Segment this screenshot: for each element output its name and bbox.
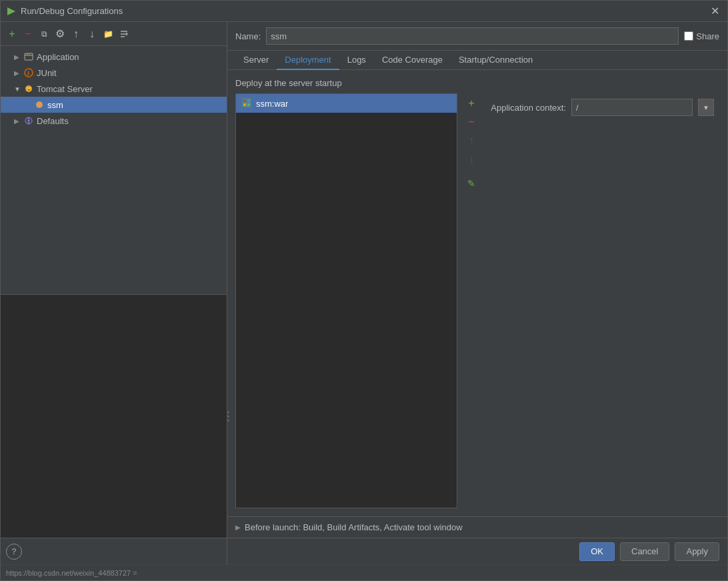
arrow-application: ▶	[14, 53, 22, 61]
folder-button[interactable]: 📁	[101, 27, 115, 41]
remove-config-button[interactable]: −	[21, 27, 35, 41]
context-area: Application context: ▼	[485, 93, 719, 508]
close-button[interactable]: ✕	[708, 6, 722, 17]
svg-rect-24	[247, 103, 250, 106]
tab-deployment[interactable]: Deployment	[277, 51, 339, 70]
tab-code-coverage[interactable]: Code Coverage	[374, 51, 451, 70]
artifact-label-ssm-war: ssm:war	[256, 99, 288, 109]
add-config-button[interactable]: +	[5, 27, 19, 41]
share-area: Share	[684, 31, 719, 41]
svg-line-18	[29, 122, 30, 123]
deploy-header: Deploy at the server startup	[235, 78, 719, 88]
svg-text:🐱: 🐱	[26, 86, 32, 92]
svg-point-19	[28, 120, 30, 122]
sidebar-item-defaults[interactable]: ▶ Defaults	[1, 113, 227, 129]
sidebar-toolbar: + − ⧉ ⚙ ↑ ↓ 📁	[1, 22, 227, 46]
before-launch-text: Before launch: Build, Build Artifacts, A…	[245, 522, 463, 532]
arrow-ssm	[25, 101, 33, 109]
window-icon	[6, 6, 17, 17]
sidebar-help-area: ?	[1, 538, 227, 564]
application-icon	[23, 51, 34, 62]
sidebar-item-label-defaults: Defaults	[37, 116, 69, 126]
svg-text:J: J	[27, 71, 29, 77]
ok-button[interactable]: OK	[579, 542, 615, 561]
svg-point-8	[29, 54, 30, 55]
context-input[interactable]	[571, 99, 693, 116]
share-label: Share	[696, 31, 719, 41]
defaults-icon	[23, 115, 34, 126]
titlebar: Run/Debug Configurations ✕	[1, 1, 727, 22]
tab-server[interactable]: Server	[235, 51, 277, 70]
svg-rect-22	[247, 99, 250, 102]
right-panel: Name: Share Server Deployment Logs Code …	[227, 22, 727, 564]
cancel-button[interactable]: Cancel	[620, 542, 669, 561]
settings-config-button[interactable]: ⚙	[53, 27, 67, 41]
artifact-actions: + − ↑ ↓ ✎	[463, 93, 480, 508]
artifact-list: ssm:war	[235, 93, 457, 508]
apply-button[interactable]: Apply	[675, 542, 719, 561]
sidebar-item-ssm[interactable]: ssm	[1, 97, 227, 113]
sidebar-bottom-area	[1, 294, 227, 538]
svg-point-13	[36, 101, 43, 108]
resize-handle[interactable]	[227, 412, 229, 422]
arrow-defaults: ▶	[14, 117, 22, 125]
config-tree: ▶ Application ▶	[1, 46, 227, 294]
sidebar-item-junit[interactable]: ▶ J JUnit	[1, 65, 227, 81]
move-artifact-down-button: ↓	[463, 151, 480, 168]
context-label: Application context:	[491, 103, 566, 113]
before-launch-arrow[interactable]: ▶	[235, 524, 241, 531]
before-launch: ▶ Before launch: Build, Build Artifacts,…	[227, 516, 727, 538]
sort-button[interactable]	[117, 27, 131, 41]
deployment-tab-content: Deploy at the server startup	[227, 70, 727, 516]
artifact-item-ssm-war[interactable]: ssm:war	[236, 94, 457, 113]
context-dropdown-button[interactable]: ▼	[698, 99, 714, 116]
svg-point-7	[27, 54, 29, 55]
copy-config-button[interactable]: ⧉	[37, 27, 51, 41]
add-artifact-button[interactable]: +	[463, 95, 480, 112]
share-checkbox[interactable]	[684, 31, 693, 41]
name-label: Name:	[235, 31, 261, 41]
name-bar: Name: Share	[227, 22, 727, 51]
move-down-button[interactable]: ↓	[85, 27, 99, 41]
deploy-area: ssm:war + − ↑	[235, 93, 719, 508]
svg-rect-21	[243, 99, 246, 102]
junit-icon: J	[23, 67, 34, 78]
name-input[interactable]	[266, 27, 679, 45]
remove-artifact-button[interactable]: −	[463, 113, 480, 131]
arrow-tomcat: ▼	[14, 85, 22, 93]
move-up-button[interactable]: ↑	[69, 27, 83, 41]
sidebar-item-label-ssm: ssm	[47, 100, 63, 110]
tab-startup-connection[interactable]: Startup/Connection	[451, 51, 541, 70]
window-title: Run/Debug Configurations	[21, 6, 708, 16]
sidebar-item-application[interactable]: ▶ Application	[1, 49, 227, 65]
sidebar-item-label-junit: JUnit	[37, 68, 57, 78]
help-button[interactable]: ?	[6, 544, 22, 560]
ssm-icon	[34, 99, 45, 110]
tab-logs[interactable]: Logs	[339, 51, 374, 70]
sidebar-item-label-application: Application	[37, 52, 79, 62]
edit-artifact-button[interactable]: ✎	[463, 175, 480, 192]
svg-marker-0	[7, 7, 15, 15]
arrow-junit: ▶	[14, 69, 22, 77]
status-url: https://blog.csdn.net/weixin_44883727 =	[6, 569, 137, 577]
status-bar: https://blog.csdn.net/weixin_44883727 =	[1, 564, 727, 580]
svg-rect-23	[243, 103, 246, 106]
config-tabs: Server Deployment Logs Code Coverage Sta…	[227, 51, 727, 70]
context-panel: Application context: ▼	[485, 93, 719, 121]
svg-point-6	[25, 54, 27, 55]
dialog-button-bar: OK Cancel Apply	[227, 538, 727, 564]
sidebar-item-tomcat[interactable]: ▼ 🐱 Tomcat Server	[1, 81, 227, 97]
svg-line-16	[29, 118, 30, 119]
sidebar-item-label-tomcat: Tomcat Server	[37, 84, 93, 94]
artifact-war-icon	[241, 97, 252, 110]
tomcat-icon: 🐱	[23, 83, 34, 94]
move-artifact-up-button: ↑	[463, 132, 480, 149]
